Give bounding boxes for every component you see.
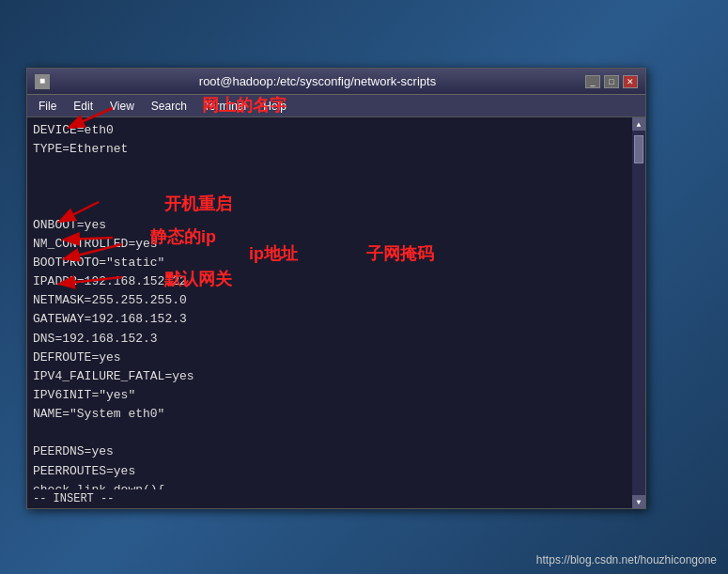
maximize-button[interactable]: □ [604,75,619,88]
title-bar: ■ root@hadoop:/etc/sysconfig/network-scr… [27,69,645,95]
menu-edit[interactable]: Edit [66,98,101,115]
terminal-text: DEVICE=eth0 TYPE=Ethernet ONBOOT=yes NM_… [33,121,627,508]
footer-url: https://blog.csdn.net/houzhicongone [536,553,717,566]
menu-help[interactable]: Help [256,98,294,115]
terminal-body: DEVICE=eth0 TYPE=Ethernet ONBOOT=yes NM_… [27,117,645,508]
menu-bar: File Edit View Search Terminal Help [27,95,645,117]
minimize-button[interactable]: _ [585,75,600,88]
menu-terminal[interactable]: Terminal [196,98,254,115]
terminal-window: ■ root@hadoop:/etc/sysconfig/network-scr… [26,68,646,509]
scroll-up-button[interactable]: ▲ [632,117,645,131]
menu-search[interactable]: Search [144,98,194,115]
scroll-down-button[interactable]: ▼ [632,495,645,508]
window-controls: _ □ ✕ [585,75,638,88]
menu-view[interactable]: View [102,98,142,115]
status-bar: -- INSERT -- [27,489,619,508]
insert-mode: -- INSERT -- [33,492,114,505]
menu-file[interactable]: File [31,98,64,115]
terminal-content[interactable]: DEVICE=eth0 TYPE=Ethernet ONBOOT=yes NM_… [27,117,632,508]
terminal-icon: ■ [35,74,50,89]
window-title: root@hadoop:/etc/sysconfig/network-scrip… [50,74,585,88]
desktop: ■ root@hadoop:/etc/sysconfig/network-scr… [0,0,728,574]
scrollbar[interactable]: ▲ ▼ [632,117,645,508]
close-button[interactable]: ✕ [623,75,638,88]
scrollbar-track[interactable] [632,131,645,495]
scrollbar-thumb[interactable] [634,135,643,163]
